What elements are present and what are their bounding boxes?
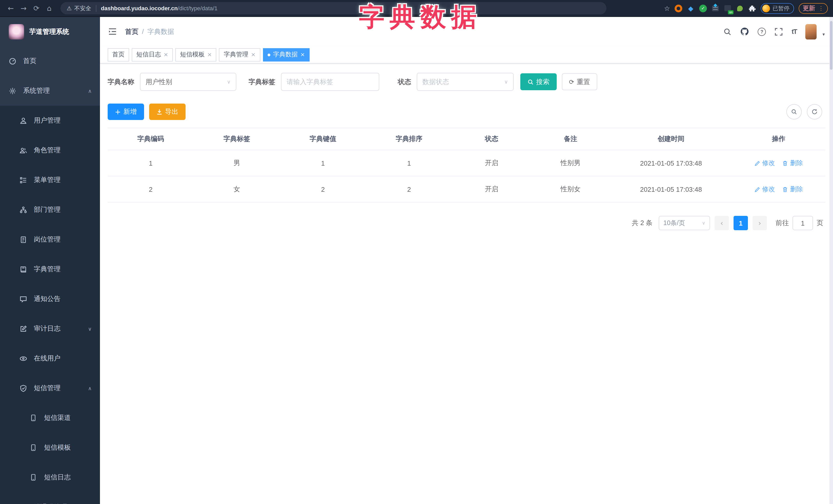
not-secure-warning-icon: ⚠ — [67, 5, 72, 11]
sidebar-item-notice[interactable]: 通知公告 — [0, 284, 100, 314]
extension-check-icon[interactable]: ✓ — [699, 4, 707, 12]
tab-sms-template[interactable]: 短信模板× — [175, 48, 216, 61]
dict-tag-input[interactable] — [281, 73, 379, 91]
sidebar-item-role-mgmt[interactable]: 角色管理 — [0, 135, 100, 165]
browser-menu-dots-icon[interactable]: ⋮ — [818, 5, 824, 11]
search-button[interactable]: 搜索 — [520, 73, 557, 90]
sidebar-item-label: 短信日志 — [44, 473, 71, 482]
sidebar-item-label: 部门管理 — [34, 205, 61, 214]
search-icon[interactable] — [723, 27, 732, 35]
users-icon — [19, 146, 27, 154]
sidebar-item-home[interactable]: 首页 — [0, 46, 100, 76]
column-header: 备注 — [531, 128, 610, 150]
sidebar-item-sms-template[interactable]: 短信模板 — [0, 433, 100, 462]
reset-button[interactable]: ⟳ 重置 — [562, 73, 597, 90]
dict-data-table: 字典编码 字典标签 字典键值 字典排序 状态 备注 创建时间 操作 1 — [108, 128, 825, 202]
next-page-button[interactable]: › — [753, 216, 767, 230]
delete-row-button[interactable]: 删除 — [783, 159, 803, 167]
sidebar-item-system[interactable]: 系统管理 ∧ — [0, 76, 100, 105]
edit-row-button[interactable]: 修改 — [754, 185, 775, 194]
bookmark-star-icon[interactable]: ☆ — [664, 4, 670, 12]
extensions-puzzle-icon[interactable] — [748, 4, 756, 12]
scrollbar-thumb[interactable] — [830, 21, 832, 70]
status-select[interactable]: 数据状态 ∨ — [417, 73, 514, 91]
dict-tag-label: 字典标签 — [248, 77, 275, 87]
dict-name-select[interactable]: 用户性别 ∨ — [140, 73, 236, 91]
github-icon[interactable] — [740, 27, 749, 36]
page-scrollbar[interactable] — [829, 17, 833, 504]
active-dot-icon: ● — [267, 52, 270, 57]
extension-leaf-icon[interactable] — [736, 4, 744, 12]
menu-list-icon — [19, 176, 27, 184]
caret-down-icon[interactable]: ▾ — [823, 31, 825, 37]
sidebar-item-dept-mgmt[interactable]: 部门管理 — [0, 195, 100, 224]
export-button[interactable]: 导出 — [149, 103, 185, 120]
table-row: 2 女 2 2 开启 性别女 2021-01-05 17:03:48 修改 删除 — [108, 176, 825, 202]
app-logo-row[interactable]: 芋道管理系统 — [0, 17, 100, 46]
tab-home[interactable]: 首页 — [108, 48, 129, 61]
shield-check-icon — [19, 384, 27, 392]
help-icon[interactable]: ? — [758, 27, 766, 35]
download-icon — [156, 109, 162, 115]
extension-slider-icon[interactable] — [712, 4, 719, 12]
sidebar-item-sms-log[interactable]: 短信日志 — [0, 462, 100, 492]
tab-sms-log[interactable]: 短信日志× — [132, 48, 173, 61]
dict-tag-field — [281, 73, 379, 91]
profile-paused-badge[interactable]: 已暂停 — [761, 3, 794, 14]
fullscreen-icon[interactable] — [775, 27, 783, 35]
extension-donut-icon[interactable] — [674, 4, 682, 12]
tab-dict-data[interactable]: ●字典数据× — [263, 48, 310, 61]
chevron-down-icon: ∨ — [702, 220, 705, 225]
browser-forward-icon[interactable]: → — [18, 3, 29, 14]
delete-row-button[interactable]: 删除 — [783, 185, 803, 194]
sidebar-item-post-mgmt[interactable]: 岗位管理 — [0, 224, 100, 254]
extension-on-badge-icon[interactable]: on — [724, 4, 732, 12]
sidebar-item-audit-log[interactable]: 审计日志 ∨ — [0, 314, 100, 343]
phone-icon — [29, 414, 38, 422]
sidebar-item-errcode-mgmt[interactable]: 错误码管理 — [0, 492, 100, 504]
sidebar-item-label: 系统管理 — [23, 86, 50, 95]
pagination: 共 2 条 10条/页 ∨ ‹ 1 › 前往 页 — [108, 216, 823, 230]
extension-gem-icon[interactable]: ◆ — [687, 4, 695, 12]
sidebar-item-label: 通知公告 — [34, 294, 61, 304]
code-icon — [19, 503, 27, 504]
toggle-search-button[interactable] — [786, 104, 802, 119]
gear-icon — [8, 87, 17, 95]
current-page[interactable]: 1 — [734, 216, 748, 230]
sidebar-item-dict-mgmt[interactable]: 字典管理 — [0, 254, 100, 284]
sidebar-item-sms-channel[interactable]: 短信渠道 — [0, 403, 100, 433]
address-bar[interactable]: ⚠ 不安全 dashboard.yudao.iocoder.cn/dict/ty… — [61, 2, 606, 14]
app-title: 芋道管理系统 — [29, 27, 69, 36]
sidebar-item-label: 用户管理 — [34, 116, 61, 125]
chevron-down-icon: ∨ — [227, 79, 231, 85]
sidebar-item-label: 短信模板 — [44, 443, 71, 452]
tab-dict-mgmt[interactable]: 字典管理× — [219, 48, 260, 61]
sidebar-item-user-mgmt[interactable]: 用户管理 — [0, 105, 100, 135]
url-path: /dict/type/data/1 — [177, 5, 217, 11]
browser-reload-icon[interactable]: ⟳ — [31, 3, 42, 14]
close-icon[interactable]: × — [164, 51, 168, 58]
sidebar-item-online-users[interactable]: 在线用户 — [0, 343, 100, 373]
close-icon[interactable]: × — [301, 51, 305, 58]
close-icon[interactable]: × — [207, 51, 212, 58]
column-header: 创建时间 — [610, 128, 732, 150]
profile-avatar-icon — [762, 4, 770, 12]
prev-page-button[interactable]: ‹ — [715, 216, 729, 230]
goto-page-input[interactable] — [792, 216, 813, 230]
edit-row-button[interactable]: 修改 — [754, 159, 775, 167]
browser-update-button[interactable]: 更新 ⋮ — [799, 3, 828, 14]
collapse-sidebar-icon[interactable] — [108, 27, 117, 36]
add-button[interactable]: + 新增 — [108, 103, 144, 120]
close-icon[interactable]: × — [251, 51, 256, 58]
breadcrumb-home[interactable]: 首页 — [125, 27, 138, 36]
page-size-select[interactable]: 10条/页 ∨ — [659, 216, 710, 230]
sidebar-item-menu-mgmt[interactable]: 菜单管理 — [0, 165, 100, 195]
avatar[interactable] — [806, 24, 817, 39]
browser-back-icon[interactable]: ← — [5, 3, 17, 14]
refresh-table-button[interactable] — [807, 104, 822, 119]
browser-home-icon[interactable]: ⌂ — [44, 3, 55, 14]
font-size-icon[interactable]: tT — [791, 28, 797, 35]
sidebar-item-sms-mgmt[interactable]: 短信管理 ∧ — [0, 373, 100, 403]
refresh-icon — [811, 109, 818, 115]
sidebar-item-label: 短信渠道 — [44, 413, 71, 423]
